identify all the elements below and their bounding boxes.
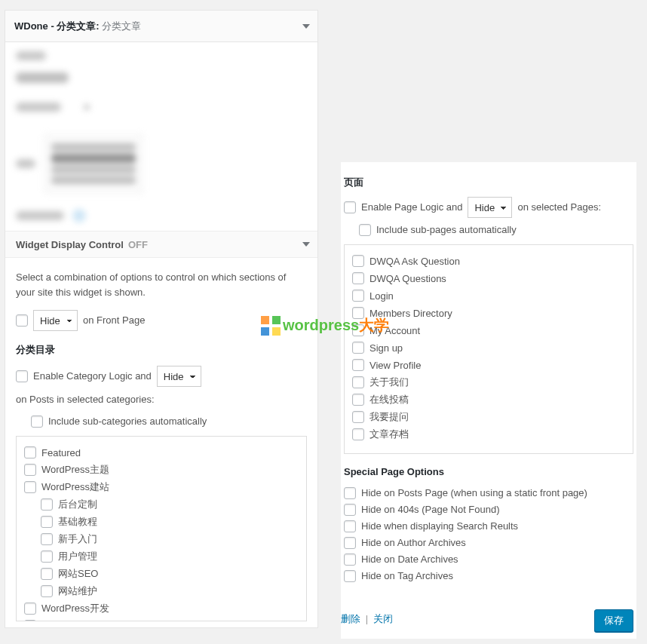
page-checkbox[interactable] [352, 324, 364, 336]
category-item[interactable]: Featured [24, 444, 299, 462]
category-checkbox[interactable] [41, 550, 53, 563]
page-item[interactable]: Members Directory [352, 305, 625, 322]
category-label: 后台定制 [58, 498, 97, 511]
category-item[interactable]: WordPress建站 [24, 479, 299, 496]
special-option-label: Hide on Date Archives [361, 554, 458, 565]
page-logic-select[interactable]: Hide [468, 197, 512, 218]
include-subcat-row: Include sub-categories automatically [31, 414, 307, 430]
special-option-label: Hide on Posts Page (when using a static … [361, 487, 587, 498]
pages-list[interactable]: DWQA Ask QuestionDWQA QuestionsLoginMemb… [344, 244, 633, 454]
special-option-item[interactable]: Hide when displaying Search Reults [344, 518, 633, 535]
special-option-item[interactable]: Hide on Date Archives [344, 551, 633, 568]
page-checkbox[interactable] [352, 411, 364, 423]
page-item[interactable]: DWQA Ask Question [352, 253, 625, 270]
special-option-item[interactable]: Hide on Tag Archives [344, 568, 633, 584]
frontpage-checkbox[interactable] [16, 314, 28, 327]
category-checkbox[interactable] [24, 464, 36, 476]
chevron-down-icon[interactable] [302, 242, 310, 247]
category-logic-checkbox[interactable] [16, 370, 28, 382]
page-item[interactable]: 在线投稿 [352, 391, 625, 409]
page-item[interactable]: 我要提问 [352, 409, 625, 426]
pages-section-title: 页面 [344, 176, 633, 189]
page-label: 我要提问 [369, 410, 409, 424]
category-checkbox[interactable] [41, 585, 53, 597]
special-option-checkbox[interactable] [344, 570, 356, 582]
category-checkbox[interactable] [24, 481, 36, 493]
page-checkbox[interactable] [352, 394, 364, 406]
special-option-checkbox[interactable] [344, 520, 356, 532]
widget-header[interactable]: WDone - 分类文章: 分类文章 [5, 11, 317, 42]
delete-link[interactable]: 删除 [341, 613, 360, 624]
page-item[interactable]: DWQA Questions [352, 270, 625, 287]
widget-subtitle: 分类文章 [102, 20, 141, 33]
category-enable-label: Enable Category Logic and [33, 369, 152, 385]
category-label: 基础教程 [58, 515, 97, 529]
page-label: View Profile [369, 360, 421, 371]
page-logic-checkbox[interactable] [344, 201, 356, 213]
special-option-label: Hide on Tag Archives [361, 570, 453, 581]
include-subcat-checkbox[interactable] [31, 416, 43, 428]
page-checkbox[interactable] [352, 342, 364, 354]
page-label: My Account [369, 325, 420, 336]
category-checkbox[interactable] [41, 498, 53, 511]
footer-links: 删除 | 关闭 [341, 612, 393, 626]
page-label: 关于我们 [369, 376, 409, 389]
category-checkbox[interactable] [24, 603, 36, 615]
category-checkbox[interactable] [41, 533, 53, 545]
special-option-checkbox[interactable] [344, 537, 356, 549]
category-list[interactable]: FeaturedWordPress主题WordPress建站后台定制基础教程新手… [16, 436, 307, 621]
category-item[interactable]: 基础教程 [41, 514, 299, 531]
page-checkbox[interactable] [352, 290, 364, 302]
page-label: 文章存档 [369, 428, 409, 441]
page-item[interactable]: My Account [352, 322, 625, 339]
widget-display-control-header[interactable]: Widget Display Control OFF [5, 231, 317, 258]
special-option-checkbox[interactable] [344, 504, 356, 516]
category-logic-select[interactable]: Hide [157, 366, 201, 387]
separator: | [366, 613, 368, 624]
category-item[interactable]: WordPress主题 [24, 462, 299, 479]
page-checkbox[interactable] [352, 359, 364, 371]
category-item[interactable]: 新手入门 [41, 531, 299, 548]
category-label: WordPress开发 [41, 602, 109, 615]
special-option-item[interactable]: Hide on Posts Page (when using a static … [344, 485, 633, 501]
close-link[interactable]: 关闭 [373, 613, 393, 624]
special-option-item[interactable]: Hide on 404s (Page Not Found) [344, 501, 633, 518]
category-item[interactable]: 用户管理 [41, 548, 299, 566]
category-label: WordPress建站 [41, 480, 109, 494]
category-label: WordPress资讯 [41, 619, 109, 621]
page-item[interactable]: View Profile [352, 357, 625, 374]
category-checkbox[interactable] [41, 568, 53, 580]
category-item[interactable]: WordPress资讯 [24, 618, 299, 621]
category-item[interactable]: 网站维护 [41, 583, 299, 600]
blurred-content [16, 51, 307, 222]
special-options-list: Hide on Posts Page (when using a static … [344, 485, 633, 584]
page-item[interactable]: 文章存档 [352, 426, 625, 443]
frontpage-suffix: on Front Page [83, 313, 145, 329]
page-label: 在线投稿 [369, 393, 409, 406]
category-checkbox[interactable] [24, 446, 36, 458]
page-checkbox[interactable] [352, 272, 364, 284]
page-checkbox[interactable] [352, 307, 364, 319]
page-checkbox[interactable] [352, 428, 364, 440]
page-label: Sign up [369, 342, 403, 354]
page-checkbox[interactable] [352, 376, 364, 388]
special-option-checkbox[interactable] [344, 554, 356, 566]
category-item[interactable]: 后台定制 [41, 496, 299, 514]
category-label: WordPress主题 [41, 463, 109, 477]
page-item[interactable]: 关于我们 [352, 374, 625, 391]
category-item[interactable]: 网站SEO [41, 566, 299, 583]
special-option-item[interactable]: Hide on Author Archives [344, 535, 633, 551]
category-checkbox[interactable] [24, 620, 36, 621]
page-checkbox[interactable] [352, 255, 364, 267]
save-button[interactable]: 保存 [594, 609, 633, 632]
category-checkbox[interactable] [41, 516, 53, 528]
special-option-checkbox[interactable] [344, 487, 356, 499]
special-option-label: Hide on 404s (Page Not Found) [361, 504, 500, 515]
frontpage-select[interactable]: Hide [33, 310, 78, 331]
include-subpage-checkbox[interactable] [359, 224, 371, 236]
page-item[interactable]: Login [352, 287, 625, 305]
widget-body: Widget Display Control OFF Select a comb… [5, 42, 317, 627]
page-item[interactable]: Sign up [352, 339, 625, 357]
category-item[interactable]: WordPress开发 [24, 600, 299, 618]
chevron-down-icon[interactable] [302, 24, 310, 29]
